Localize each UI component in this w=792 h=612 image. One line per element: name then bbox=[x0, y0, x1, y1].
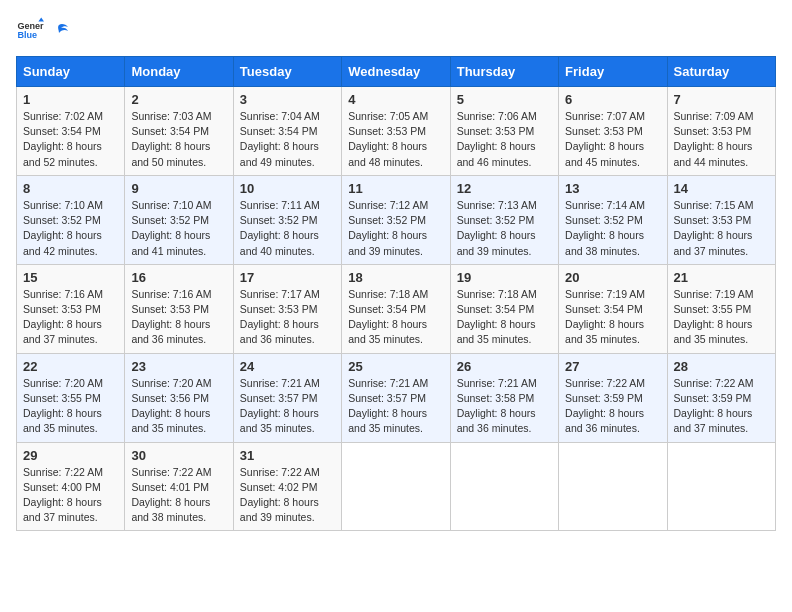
day-cell-20: 20Sunrise: 7:19 AMSunset: 3:54 PMDayligh… bbox=[559, 264, 667, 353]
day-info: Sunrise: 7:14 AMSunset: 3:52 PMDaylight:… bbox=[565, 198, 660, 259]
week-row-3: 15Sunrise: 7:16 AMSunset: 3:53 PMDayligh… bbox=[17, 264, 776, 353]
day-cell-1: 1Sunrise: 7:02 AMSunset: 3:54 PMDaylight… bbox=[17, 87, 125, 176]
week-row-4: 22Sunrise: 7:20 AMSunset: 3:55 PMDayligh… bbox=[17, 353, 776, 442]
day-info: Sunrise: 7:07 AMSunset: 3:53 PMDaylight:… bbox=[565, 109, 660, 170]
day-cell-6: 6Sunrise: 7:07 AMSunset: 3:53 PMDaylight… bbox=[559, 87, 667, 176]
day-info: Sunrise: 7:10 AMSunset: 3:52 PMDaylight:… bbox=[23, 198, 118, 259]
day-cell-27: 27Sunrise: 7:22 AMSunset: 3:59 PMDayligh… bbox=[559, 353, 667, 442]
day-cell-31: 31Sunrise: 7:22 AMSunset: 4:02 PMDayligh… bbox=[233, 442, 341, 531]
day-cell-16: 16Sunrise: 7:16 AMSunset: 3:53 PMDayligh… bbox=[125, 264, 233, 353]
day-cell-21: 21Sunrise: 7:19 AMSunset: 3:55 PMDayligh… bbox=[667, 264, 775, 353]
day-info: Sunrise: 7:05 AMSunset: 3:53 PMDaylight:… bbox=[348, 109, 443, 170]
day-cell-7: 7Sunrise: 7:09 AMSunset: 3:53 PMDaylight… bbox=[667, 87, 775, 176]
day-info: Sunrise: 7:19 AMSunset: 3:54 PMDaylight:… bbox=[565, 287, 660, 348]
day-info: Sunrise: 7:15 AMSunset: 3:53 PMDaylight:… bbox=[674, 198, 769, 259]
day-info: Sunrise: 7:16 AMSunset: 3:53 PMDaylight:… bbox=[23, 287, 118, 348]
day-info: Sunrise: 7:21 AMSunset: 3:57 PMDaylight:… bbox=[348, 376, 443, 437]
day-cell-15: 15Sunrise: 7:16 AMSunset: 3:53 PMDayligh… bbox=[17, 264, 125, 353]
day-info: Sunrise: 7:22 AMSunset: 3:59 PMDaylight:… bbox=[674, 376, 769, 437]
day-cell-29: 29Sunrise: 7:22 AMSunset: 4:00 PMDayligh… bbox=[17, 442, 125, 531]
day-number: 11 bbox=[348, 181, 443, 196]
calendar-table: SundayMondayTuesdayWednesdayThursdayFrid… bbox=[16, 56, 776, 531]
day-info: Sunrise: 7:20 AMSunset: 3:56 PMDaylight:… bbox=[131, 376, 226, 437]
day-info: Sunrise: 7:02 AMSunset: 3:54 PMDaylight:… bbox=[23, 109, 118, 170]
day-number: 2 bbox=[131, 92, 226, 107]
svg-marker-2 bbox=[38, 17, 44, 21]
day-number: 24 bbox=[240, 359, 335, 374]
logo-bird-icon bbox=[48, 21, 70, 43]
weekday-header-sunday: Sunday bbox=[17, 57, 125, 87]
day-cell-11: 11Sunrise: 7:12 AMSunset: 3:52 PMDayligh… bbox=[342, 175, 450, 264]
day-cell-30: 30Sunrise: 7:22 AMSunset: 4:01 PMDayligh… bbox=[125, 442, 233, 531]
day-number: 28 bbox=[674, 359, 769, 374]
day-cell-14: 14Sunrise: 7:15 AMSunset: 3:53 PMDayligh… bbox=[667, 175, 775, 264]
day-info: Sunrise: 7:18 AMSunset: 3:54 PMDaylight:… bbox=[348, 287, 443, 348]
day-number: 1 bbox=[23, 92, 118, 107]
day-cell-8: 8Sunrise: 7:10 AMSunset: 3:52 PMDaylight… bbox=[17, 175, 125, 264]
empty-cell bbox=[450, 442, 558, 531]
day-number: 4 bbox=[348, 92, 443, 107]
logo: General Blue bbox=[16, 16, 70, 44]
day-info: Sunrise: 7:22 AMSunset: 4:02 PMDaylight:… bbox=[240, 465, 335, 526]
empty-cell bbox=[559, 442, 667, 531]
day-number: 3 bbox=[240, 92, 335, 107]
logo-icon: General Blue bbox=[16, 16, 44, 44]
header: General Blue bbox=[16, 16, 776, 44]
day-info: Sunrise: 7:09 AMSunset: 3:53 PMDaylight:… bbox=[674, 109, 769, 170]
day-number: 22 bbox=[23, 359, 118, 374]
day-cell-28: 28Sunrise: 7:22 AMSunset: 3:59 PMDayligh… bbox=[667, 353, 775, 442]
day-number: 10 bbox=[240, 181, 335, 196]
day-number: 8 bbox=[23, 181, 118, 196]
day-number: 26 bbox=[457, 359, 552, 374]
day-cell-4: 4Sunrise: 7:05 AMSunset: 3:53 PMDaylight… bbox=[342, 87, 450, 176]
day-info: Sunrise: 7:04 AMSunset: 3:54 PMDaylight:… bbox=[240, 109, 335, 170]
day-info: Sunrise: 7:20 AMSunset: 3:55 PMDaylight:… bbox=[23, 376, 118, 437]
weekday-header-wednesday: Wednesday bbox=[342, 57, 450, 87]
day-info: Sunrise: 7:16 AMSunset: 3:53 PMDaylight:… bbox=[131, 287, 226, 348]
day-cell-18: 18Sunrise: 7:18 AMSunset: 3:54 PMDayligh… bbox=[342, 264, 450, 353]
day-number: 23 bbox=[131, 359, 226, 374]
day-info: Sunrise: 7:21 AMSunset: 3:58 PMDaylight:… bbox=[457, 376, 552, 437]
day-cell-12: 12Sunrise: 7:13 AMSunset: 3:52 PMDayligh… bbox=[450, 175, 558, 264]
day-cell-19: 19Sunrise: 7:18 AMSunset: 3:54 PMDayligh… bbox=[450, 264, 558, 353]
day-cell-10: 10Sunrise: 7:11 AMSunset: 3:52 PMDayligh… bbox=[233, 175, 341, 264]
svg-text:General: General bbox=[17, 21, 44, 31]
day-number: 16 bbox=[131, 270, 226, 285]
day-number: 14 bbox=[674, 181, 769, 196]
day-cell-17: 17Sunrise: 7:17 AMSunset: 3:53 PMDayligh… bbox=[233, 264, 341, 353]
day-cell-13: 13Sunrise: 7:14 AMSunset: 3:52 PMDayligh… bbox=[559, 175, 667, 264]
day-cell-24: 24Sunrise: 7:21 AMSunset: 3:57 PMDayligh… bbox=[233, 353, 341, 442]
day-cell-22: 22Sunrise: 7:20 AMSunset: 3:55 PMDayligh… bbox=[17, 353, 125, 442]
day-cell-26: 26Sunrise: 7:21 AMSunset: 3:58 PMDayligh… bbox=[450, 353, 558, 442]
day-number: 31 bbox=[240, 448, 335, 463]
calendar-body: 1Sunrise: 7:02 AMSunset: 3:54 PMDaylight… bbox=[17, 87, 776, 531]
day-number: 21 bbox=[674, 270, 769, 285]
empty-cell bbox=[667, 442, 775, 531]
week-row-5: 29Sunrise: 7:22 AMSunset: 4:00 PMDayligh… bbox=[17, 442, 776, 531]
day-info: Sunrise: 7:19 AMSunset: 3:55 PMDaylight:… bbox=[674, 287, 769, 348]
weekday-header-thursday: Thursday bbox=[450, 57, 558, 87]
day-info: Sunrise: 7:21 AMSunset: 3:57 PMDaylight:… bbox=[240, 376, 335, 437]
day-cell-9: 9Sunrise: 7:10 AMSunset: 3:52 PMDaylight… bbox=[125, 175, 233, 264]
week-row-1: 1Sunrise: 7:02 AMSunset: 3:54 PMDaylight… bbox=[17, 87, 776, 176]
day-number: 12 bbox=[457, 181, 552, 196]
weekday-header-monday: Monday bbox=[125, 57, 233, 87]
day-info: Sunrise: 7:18 AMSunset: 3:54 PMDaylight:… bbox=[457, 287, 552, 348]
day-number: 19 bbox=[457, 270, 552, 285]
day-number: 30 bbox=[131, 448, 226, 463]
day-cell-2: 2Sunrise: 7:03 AMSunset: 3:54 PMDaylight… bbox=[125, 87, 233, 176]
day-info: Sunrise: 7:22 AMSunset: 4:00 PMDaylight:… bbox=[23, 465, 118, 526]
day-info: Sunrise: 7:03 AMSunset: 3:54 PMDaylight:… bbox=[131, 109, 226, 170]
weekday-header-saturday: Saturday bbox=[667, 57, 775, 87]
day-info: Sunrise: 7:10 AMSunset: 3:52 PMDaylight:… bbox=[131, 198, 226, 259]
svg-text:Blue: Blue bbox=[17, 30, 37, 40]
week-row-2: 8Sunrise: 7:10 AMSunset: 3:52 PMDaylight… bbox=[17, 175, 776, 264]
weekday-header-row: SundayMondayTuesdayWednesdayThursdayFrid… bbox=[17, 57, 776, 87]
day-number: 5 bbox=[457, 92, 552, 107]
day-cell-25: 25Sunrise: 7:21 AMSunset: 3:57 PMDayligh… bbox=[342, 353, 450, 442]
day-info: Sunrise: 7:12 AMSunset: 3:52 PMDaylight:… bbox=[348, 198, 443, 259]
day-number: 18 bbox=[348, 270, 443, 285]
day-info: Sunrise: 7:22 AMSunset: 3:59 PMDaylight:… bbox=[565, 376, 660, 437]
day-cell-3: 3Sunrise: 7:04 AMSunset: 3:54 PMDaylight… bbox=[233, 87, 341, 176]
day-info: Sunrise: 7:17 AMSunset: 3:53 PMDaylight:… bbox=[240, 287, 335, 348]
